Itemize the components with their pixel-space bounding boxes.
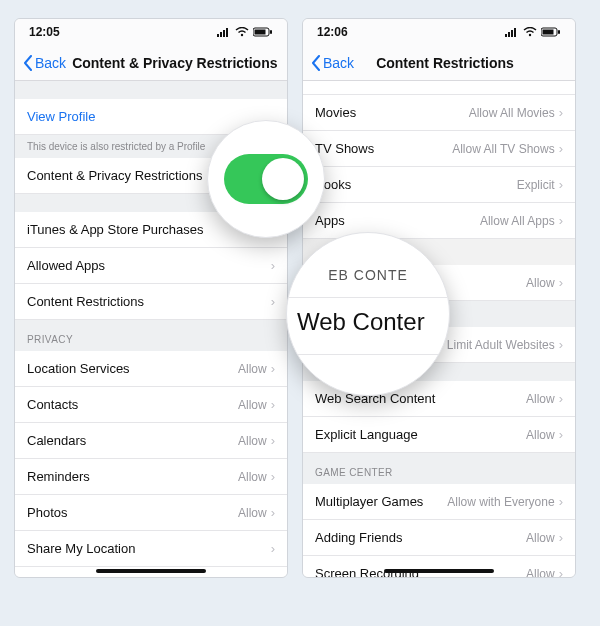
battery-icon bbox=[541, 27, 561, 37]
chevron-right-icon: › bbox=[271, 361, 275, 376]
svg-rect-15 bbox=[558, 30, 560, 34]
chevron-right-icon: › bbox=[559, 81, 563, 84]
privacy-row[interactable]: CalendarsAllow› bbox=[15, 423, 287, 459]
privacy-row[interactable]: RemindersAllow› bbox=[15, 459, 287, 495]
chevron-left-icon bbox=[311, 55, 321, 71]
wifi-icon bbox=[235, 27, 249, 37]
back-button[interactable]: Back bbox=[311, 55, 354, 71]
chevron-right-icon: › bbox=[271, 505, 275, 520]
content-row[interactable]: MoviesAllow All Movies› bbox=[303, 95, 575, 131]
toggle-on-icon bbox=[224, 154, 308, 204]
back-button[interactable]: Back bbox=[23, 55, 66, 71]
privacy-row[interactable]: Share My Location› bbox=[15, 531, 287, 567]
chevron-right-icon: › bbox=[271, 469, 275, 484]
magnifier-web-content: EB CONTE Web Conter bbox=[286, 232, 450, 396]
status-bar: 12:06 bbox=[303, 19, 575, 45]
chevron-right-icon: › bbox=[559, 566, 563, 577]
gc-row[interactable]: Screen RecordingAllow› bbox=[303, 556, 575, 577]
home-indicator bbox=[96, 569, 206, 573]
svg-rect-14 bbox=[543, 30, 554, 35]
content-restrictions-row[interactable]: Content Restrictions › bbox=[15, 284, 287, 320]
battery-icon bbox=[253, 27, 273, 37]
content-row[interactable]: AppsAllow All Apps› bbox=[303, 203, 575, 239]
privacy-row[interactable]: ContactsAllow› bbox=[15, 387, 287, 423]
status-indicators bbox=[505, 27, 561, 37]
content-row[interactable]: Music Profiles Off › bbox=[303, 81, 575, 95]
chevron-right-icon: › bbox=[559, 494, 563, 509]
row-label: Content Restrictions bbox=[27, 294, 271, 309]
nav-title: Content Restrictions bbox=[376, 55, 514, 71]
chevron-right-icon: › bbox=[559, 427, 563, 442]
chevron-left-icon bbox=[23, 55, 33, 71]
signal-icon bbox=[217, 27, 231, 37]
signal-icon bbox=[505, 27, 519, 37]
game-center-header: GAME CENTER bbox=[303, 453, 575, 484]
chevron-right-icon: › bbox=[559, 337, 563, 352]
magnifier-toggle bbox=[207, 120, 325, 238]
svg-rect-3 bbox=[226, 28, 228, 37]
chevron-right-icon: › bbox=[271, 397, 275, 412]
magnifier-fragment: Web Conter bbox=[287, 308, 449, 355]
svg-rect-8 bbox=[505, 34, 507, 37]
svg-rect-11 bbox=[514, 28, 516, 37]
gc-row[interactable]: Multiplayer GamesAllow with Everyone› bbox=[303, 484, 575, 520]
privacy-header: PRIVACY bbox=[15, 320, 287, 351]
status-time: 12:06 bbox=[317, 25, 348, 39]
chevron-right-icon: › bbox=[559, 391, 563, 406]
row-label: Allowed Apps bbox=[27, 258, 271, 273]
chevron-right-icon: › bbox=[559, 141, 563, 156]
svg-rect-6 bbox=[255, 30, 266, 35]
allowed-apps-row[interactable]: Allowed Apps › bbox=[15, 248, 287, 284]
svg-rect-9 bbox=[508, 32, 510, 37]
status-time: 12:05 bbox=[29, 25, 60, 39]
magnifier-fragment: EB CONTE bbox=[287, 267, 449, 298]
content-row[interactable]: BooksExplicit› bbox=[303, 167, 575, 203]
nav-bar: Back Content & Privacy Restrictions bbox=[15, 45, 287, 81]
nav-title: Content & Privacy Restrictions bbox=[72, 55, 277, 71]
content-row[interactable]: TV ShowsAllow All TV Shows› bbox=[303, 131, 575, 167]
content-row[interactable]: Explicit LanguageAllow› bbox=[303, 417, 575, 453]
svg-point-12 bbox=[529, 34, 531, 36]
chevron-right-icon: › bbox=[559, 275, 563, 290]
chevron-right-icon: › bbox=[271, 541, 275, 556]
chevron-right-icon: › bbox=[559, 213, 563, 228]
chevron-right-icon: › bbox=[559, 530, 563, 545]
privacy-row[interactable]: Location ServicesAllow› bbox=[15, 351, 287, 387]
master-toggle-label: Content & Privacy Restrictions bbox=[27, 168, 237, 183]
gc-row[interactable]: Adding FriendsAllow› bbox=[303, 520, 575, 556]
back-label: Back bbox=[323, 55, 354, 71]
svg-rect-2 bbox=[223, 30, 225, 37]
status-bar: 12:05 bbox=[15, 19, 287, 45]
privacy-row[interactable]: PhotosAllow› bbox=[15, 495, 287, 531]
home-indicator bbox=[384, 569, 494, 573]
svg-point-4 bbox=[241, 34, 243, 36]
wifi-icon bbox=[523, 27, 537, 37]
chevron-right-icon: › bbox=[271, 433, 275, 448]
back-label: Back bbox=[35, 55, 66, 71]
svg-rect-7 bbox=[270, 30, 272, 34]
view-profile-label: View Profile bbox=[27, 109, 275, 124]
chevron-right-icon: › bbox=[559, 105, 563, 120]
status-indicators bbox=[217, 27, 273, 37]
svg-rect-1 bbox=[220, 32, 222, 37]
chevron-right-icon: › bbox=[559, 177, 563, 192]
svg-rect-0 bbox=[217, 34, 219, 37]
chevron-right-icon: › bbox=[271, 294, 275, 309]
nav-bar: Back Content Restrictions bbox=[303, 45, 575, 81]
svg-rect-10 bbox=[511, 30, 513, 37]
left-phone: 12:05 Back Content & Privacy Restriction… bbox=[14, 18, 288, 578]
chevron-right-icon: › bbox=[271, 258, 275, 273]
